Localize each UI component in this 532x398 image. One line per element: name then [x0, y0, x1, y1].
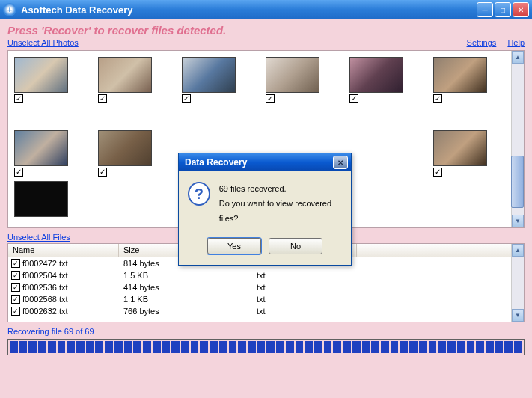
maximize-button[interactable]: □ [495, 2, 511, 17]
file-size: 414 bytes [119, 283, 252, 292]
dialog-line2: Do you want to view recovered files? [219, 197, 342, 227]
file-size: 766 bytes [119, 307, 252, 316]
file-extension: txt [252, 283, 357, 292]
progress-label: Recovering file 69 of 69 [7, 327, 525, 336]
thumbnail-checkbox[interactable]: ✓ [433, 168, 442, 177]
photo-thumbnail[interactable] [14, 181, 68, 217]
file-name: f0002632.txt [22, 307, 68, 316]
file-row[interactable]: ✓f0002536.txt 414 bytes txt [8, 281, 524, 293]
thumbnail-checkbox[interactable]: ✓ [182, 94, 191, 103]
photo-thumbnail[interactable]: ✓ [349, 57, 403, 103]
file-size: 1.1 KB [119, 295, 252, 304]
file-size: 1.5 KB [119, 271, 252, 280]
file-name: f0002536.txt [22, 283, 68, 292]
instruction-text: Press 'Recover' to recover files detecte… [7, 24, 525, 37]
column-header-name[interactable]: Name [8, 244, 119, 257]
thumbnail-image [98, 130, 152, 166]
thumbnail-checkbox[interactable]: ✓ [14, 94, 23, 103]
photo-thumbnail[interactable]: ✓ [266, 57, 319, 103]
scroll-up-button[interactable]: ▲ [512, 244, 524, 257]
thumbnail-image [182, 57, 236, 93]
progress-bar [7, 339, 525, 355]
scroll-up-button[interactable]: ▲ [512, 51, 524, 64]
scroll-thumb[interactable] [511, 156, 524, 208]
photo-thumbnail[interactable]: ✓ [433, 57, 487, 103]
file-extension: txt [252, 271, 357, 280]
file-row[interactable]: ✓f0002504.txt 1.5 KB txt [8, 269, 524, 281]
thumbnail-checkbox[interactable]: ✓ [266, 94, 275, 103]
thumbnail-image [14, 181, 68, 217]
window-title: Asoftech Data Recovery [21, 4, 477, 16]
unselect-photos-link[interactable]: Unselect All Photos [7, 38, 79, 47]
dialog-line1: 69 files recovered. [219, 182, 342, 197]
help-link[interactable]: Help [507, 38, 525, 47]
no-button[interactable]: No [269, 238, 322, 254]
app-icon: + [3, 3, 16, 16]
close-button[interactable]: ✕ [513, 2, 529, 17]
file-row[interactable]: ✓f0002632.txt 766 bytes txt [8, 305, 524, 317]
file-extension: txt [252, 295, 357, 304]
photo-thumbnail[interactable]: ✓ [433, 130, 487, 177]
photo-thumbnail[interactable]: ✓ [14, 130, 68, 177]
files-scrollbar[interactable]: ▲ ▼ [511, 244, 524, 322]
thumbnails-scrollbar[interactable]: ▲ ▼ [511, 51, 524, 227]
thumbnail-image [433, 57, 487, 93]
thumbnail-checkbox[interactable]: ✓ [98, 168, 107, 177]
file-extension: txt [252, 307, 357, 316]
dialog-close-button[interactable]: ✕ [333, 156, 348, 169]
thumbnail-checkbox[interactable]: ✓ [349, 94, 358, 103]
thumbnail-image [14, 57, 68, 93]
thumbnail-checkbox[interactable]: ✓ [98, 94, 107, 103]
photo-thumbnail[interactable]: ✓ [98, 130, 152, 177]
thumbnail-image [433, 130, 487, 166]
photo-thumbnail[interactable]: ✓ [182, 57, 236, 103]
toolbar-links: Unselect All Photos Settings Help [7, 38, 525, 47]
file-row[interactable]: ✓f0002568.txt 1.1 KB txt [8, 293, 524, 305]
thumbnail-checkbox[interactable]: ✓ [14, 168, 23, 177]
scroll-down-button[interactable]: ▼ [512, 215, 524, 227]
unselect-files-link[interactable]: Unselect All Files [7, 233, 70, 242]
thumbnail-image [14, 130, 68, 166]
scroll-down-button[interactable]: ▼ [512, 309, 524, 322]
file-name: f0002568.txt [22, 295, 68, 304]
file-name: f0002504.txt [22, 271, 68, 280]
file-name: f0002472.txt [22, 259, 68, 268]
file-checkbox[interactable]: ✓ [11, 271, 20, 280]
recovery-dialog: Data Recovery ✕ ? 69 files recovered. Do… [178, 153, 352, 266]
dialog-message: 69 files recovered. Do you want to view … [219, 182, 342, 226]
minimize-button[interactable]: ─ [477, 2, 493, 17]
file-checkbox[interactable]: ✓ [11, 307, 20, 316]
yes-button[interactable]: Yes [207, 238, 261, 254]
file-checkbox[interactable]: ✓ [11, 259, 20, 268]
file-checkbox[interactable]: ✓ [11, 283, 20, 292]
titlebar: + Asoftech Data Recovery ─ □ ✕ [0, 0, 532, 19]
thumbnail-image [349, 57, 403, 93]
thumbnail-image [266, 57, 319, 93]
photo-thumbnail[interactable]: ✓ [98, 57, 152, 103]
column-header-blank [357, 244, 524, 257]
files-body: ✓f0002472.txt 814 bytes txt ✓f0002504.tx… [8, 257, 524, 317]
settings-link[interactable]: Settings [467, 38, 497, 47]
thumbnail-checkbox[interactable]: ✓ [433, 94, 442, 103]
question-icon: ? [188, 182, 210, 206]
photo-thumbnail[interactable]: ✓ [14, 57, 68, 103]
dialog-title: Data Recovery [182, 157, 333, 168]
file-checkbox[interactable]: ✓ [11, 295, 20, 304]
dialog-titlebar: Data Recovery ✕ [179, 153, 351, 171]
thumbnail-image [98, 57, 152, 93]
